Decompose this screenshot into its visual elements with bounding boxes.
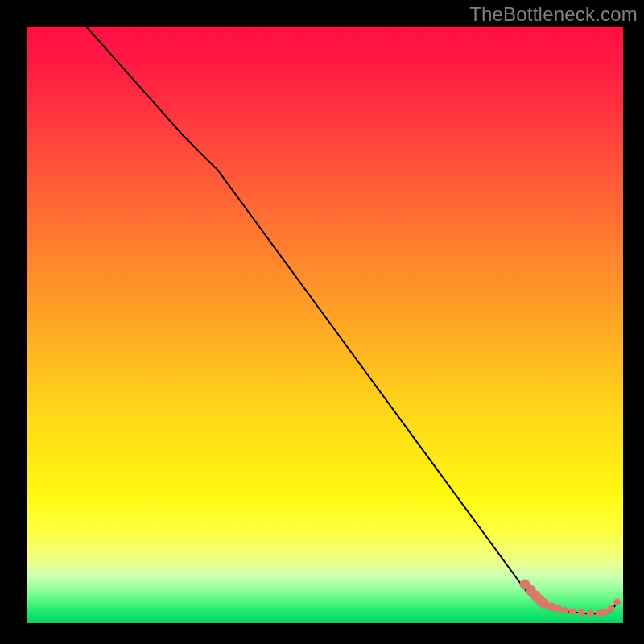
marker-dot [613,599,621,606]
marker-dot [587,610,594,617]
chart-overlay [27,27,623,623]
highlight-segment [519,579,621,617]
marker-dot [596,610,603,617]
marker-dot [578,609,585,617]
watermark-text: TheBottleneck.com [469,3,638,26]
chart-frame: TheBottleneck.com [0,0,644,644]
marker-dot [553,605,562,613]
marker-dot [561,607,568,614]
bottleneck-curve [87,27,617,613]
marker-dot [569,608,576,615]
marker-dot [608,605,615,613]
